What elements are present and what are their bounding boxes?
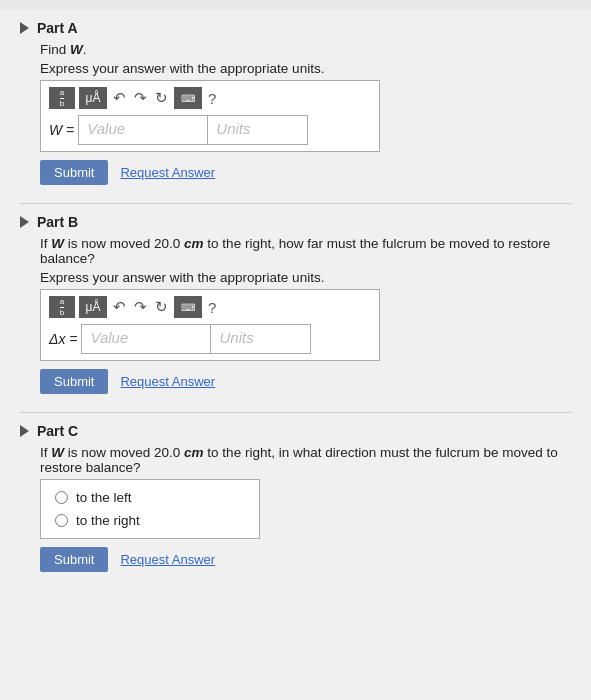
part-c-btn-row: Submit Request Answer [40,547,571,572]
part-b-toolbar: a b μÅ ↶ ↷ ↻ ⌨ ? [49,296,371,318]
part-b-input-row: Δx = Value Units [49,324,371,354]
part-c-option-right: to the right [55,513,245,528]
fraction-button-b[interactable]: a b [49,296,75,318]
label-left: to the left [76,490,132,505]
part-b-answer-box: a b μÅ ↶ ↷ ↻ ⌨ ? Δx = Value [40,289,380,361]
part-a-value-placeholder: Value [87,120,125,137]
divider-ab [20,203,571,204]
part-b-instruction-1: If W is now moved 20.0 cm to the right, … [40,236,571,266]
fraction-button-a[interactable]: a b [49,87,75,109]
part-b-value-placeholder: Value [90,329,128,346]
part-c-body: If W is now moved 20.0 cm to the right, … [40,445,571,572]
part-a-answer-box: a b μÅ ↶ ↷ ↻ ⌨ ? W = Value [40,80,380,152]
part-b-value-field[interactable]: Value [81,324,211,354]
label-right: to the right [76,513,140,528]
fraction-icon-a: a b [60,89,64,108]
part-c-instruction-1: If W is now moved 20.0 cm to the right, … [40,445,571,475]
part-a-units-placeholder: Units [216,120,250,137]
part-b-units-placeholder: Units [219,329,253,346]
radio-left[interactable] [55,491,68,504]
part-b-units-field[interactable]: Units [211,324,311,354]
help-b: ? [208,299,216,316]
collapse-icon-b[interactable] [20,216,29,228]
part-a-body: Find W. Express your answer with the app… [40,42,571,185]
part-b-section: Part B If W is now moved 20.0 cm to the … [20,214,571,394]
part-c-section: Part C If W is now moved 20.0 cm to the … [20,423,571,572]
collapse-icon-c[interactable] [20,425,29,437]
part-c-title: Part C [37,423,78,439]
part-a-units-field[interactable]: Units [208,115,308,145]
mu-label-a: μÅ [86,91,101,105]
part-a-title: Part A [37,20,78,36]
part-a-value-field[interactable]: Value [78,115,208,145]
part-b-label: Δx = [49,331,77,347]
keyboard-button-a[interactable]: ⌨ [174,87,202,109]
part-a-instruction-1: Find W. [40,42,571,57]
fraction-icon-b: a b [60,298,64,317]
part-b-body: If W is now moved 20.0 cm to the right, … [40,236,571,394]
divider-bc [20,412,571,413]
part-a-instruction-2: Express your answer with the appropriate… [40,61,571,76]
reset-button-b[interactable]: ↻ [153,298,170,316]
page: Part A Find W. Express your answer with … [0,10,591,700]
part-a-toolbar: a b μÅ ↶ ↷ ↻ ⌨ ? [49,87,371,109]
part-a-submit-button[interactable]: Submit [40,160,108,185]
mu-label-b: μÅ [86,300,101,314]
radio-right[interactable] [55,514,68,527]
mu-button-a[interactable]: μÅ [79,87,107,109]
part-b-submit-button[interactable]: Submit [40,369,108,394]
part-a-section: Part A Find W. Express your answer with … [20,20,571,185]
part-c-header: Part C [20,423,571,439]
part-b-header: Part B [20,214,571,230]
part-c-option-left: to the left [55,490,245,505]
reset-button-a[interactable]: ↻ [153,89,170,107]
part-c-submit-button[interactable]: Submit [40,547,108,572]
redo-button-a[interactable]: ↷ [132,89,149,107]
undo-button-b[interactable]: ↶ [111,298,128,316]
part-c-request-button[interactable]: Request Answer [120,552,215,567]
collapse-icon-a[interactable] [20,22,29,34]
part-a-input-row: W = Value Units [49,115,371,145]
redo-button-b[interactable]: ↷ [132,298,149,316]
part-a-btn-row: Submit Request Answer [40,160,571,185]
part-a-request-button[interactable]: Request Answer [120,165,215,180]
keyboard-button-b[interactable]: ⌨ [174,296,202,318]
part-a-label: W = [49,122,74,138]
part-b-request-button[interactable]: Request Answer [120,374,215,389]
mu-button-b[interactable]: μÅ [79,296,107,318]
part-c-radio-group: to the left to the right [40,479,260,539]
part-b-title: Part B [37,214,78,230]
help-a: ? [208,90,216,107]
part-b-btn-row: Submit Request Answer [40,369,571,394]
undo-button-a[interactable]: ↶ [111,89,128,107]
part-b-instruction-2: Express your answer with the appropriate… [40,270,571,285]
part-a-header: Part A [20,20,571,36]
